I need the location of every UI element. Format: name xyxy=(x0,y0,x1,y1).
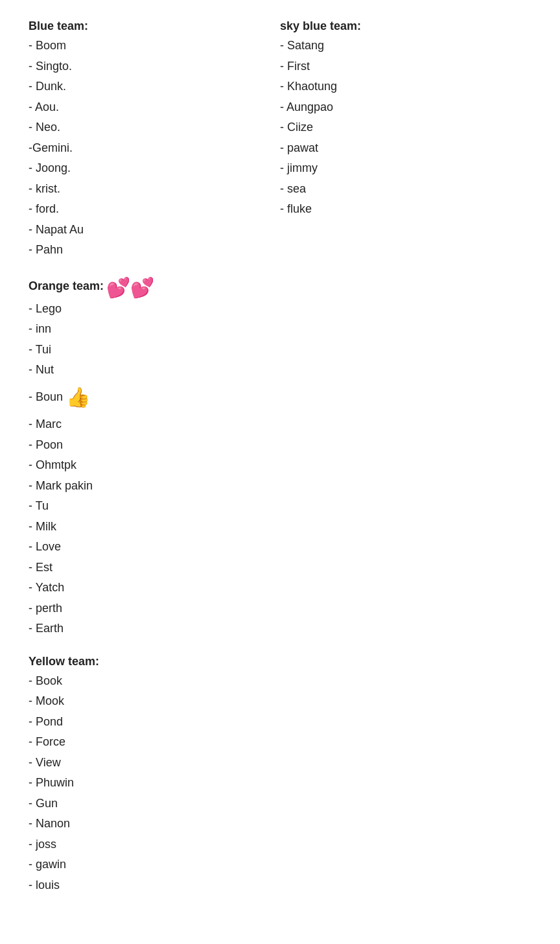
list-item: - Satang xyxy=(280,36,531,56)
list-item: - inn xyxy=(29,319,531,340)
list-item: - Est xyxy=(29,558,531,578)
orange-team-section: Orange team: 💕💕 - Lego- inn- Tui- Nut- B… xyxy=(29,276,531,639)
list-item: - louis xyxy=(29,875,531,896)
list-item: -Gemini. xyxy=(29,138,280,159)
list-item: - Tui xyxy=(29,340,531,360)
list-item: - View xyxy=(29,753,531,773)
list-item: - krist. xyxy=(29,179,280,200)
list-item: - Aou. xyxy=(29,97,280,118)
yellow-team-members: - Book- Mook- Pond- Force- View- Phuwin-… xyxy=(29,671,531,896)
orange-team-members: - Lego- inn- Tui- Nut- Boun 👍- Marc- Poo… xyxy=(29,299,531,639)
sky-blue-team-header: sky blue team: xyxy=(280,19,531,33)
list-item: - Boom xyxy=(29,36,280,56)
list-item: - Ohmtpk xyxy=(29,455,531,476)
list-item: - Nut xyxy=(29,360,531,381)
orange-team-header-row: Orange team: 💕💕 xyxy=(29,276,531,299)
list-item: - Yatch xyxy=(29,578,531,598)
list-item: - Lego xyxy=(29,299,531,320)
list-item: - jimmy xyxy=(280,158,531,179)
top-columns: Blue team: - Boom- Singto.- Dunk.- Aou.-… xyxy=(29,19,531,276)
list-item: - Tu xyxy=(29,496,531,517)
list-item: - Singto. xyxy=(29,56,280,77)
list-item: - Joong. xyxy=(29,158,280,179)
list-item: - perth xyxy=(29,598,531,619)
sky-blue-team-section: sky blue team: - Satang- First- Khaotung… xyxy=(280,19,531,276)
list-item: - Ciize xyxy=(280,117,531,138)
list-item: - pawat xyxy=(280,138,531,159)
sky-blue-team-members: - Satang- First- Khaotung- Aungpao- Ciiz… xyxy=(280,36,531,220)
yellow-team-header: Yellow team: xyxy=(29,655,531,668)
list-item: - Earth xyxy=(29,619,531,639)
blue-team-members: - Boom- Singto.- Dunk.- Aou.- Neo.-Gemin… xyxy=(29,36,280,261)
list-item: - Gun xyxy=(29,794,531,814)
thumbs-up-emoji: 👍 xyxy=(66,386,90,408)
list-item: - sea xyxy=(280,179,531,200)
list-item: - First xyxy=(280,56,531,77)
list-item: - joss xyxy=(29,834,531,855)
list-item: - Marc xyxy=(29,414,531,435)
list-item: - Boun 👍 xyxy=(29,381,531,415)
list-item: - gawin xyxy=(29,855,531,875)
list-item: - fluke xyxy=(280,199,531,220)
blue-team-section: Blue team: - Boom- Singto.- Dunk.- Aou.-… xyxy=(29,19,280,276)
list-item: - Force xyxy=(29,732,531,753)
list-item: - Love xyxy=(29,537,531,558)
list-item: - Nanon xyxy=(29,814,531,834)
list-item: - Aungpao xyxy=(280,97,531,118)
orange-team-header: Orange team: xyxy=(29,279,104,293)
list-item: - Milk xyxy=(29,517,531,537)
list-item: - ford. xyxy=(29,199,280,220)
hearts-emoji: 💕💕 xyxy=(106,276,154,299)
list-item: - Mook xyxy=(29,691,531,712)
blue-team-header: Blue team: xyxy=(29,19,280,33)
list-item: - Phuwin xyxy=(29,773,531,794)
list-item: - Napat Au xyxy=(29,220,280,241)
list-item: - Mark pakin xyxy=(29,476,531,497)
list-item: - Neo. xyxy=(29,117,280,138)
list-item: - Khaotung xyxy=(280,77,531,97)
list-item: - Poon xyxy=(29,435,531,456)
list-item: - Dunk. xyxy=(29,77,280,97)
list-item: - Book xyxy=(29,671,531,692)
list-item: - Pahn xyxy=(29,240,280,261)
yellow-team-section: Yellow team: - Book- Mook- Pond- Force- … xyxy=(29,655,531,896)
list-item: - Pond xyxy=(29,712,531,733)
